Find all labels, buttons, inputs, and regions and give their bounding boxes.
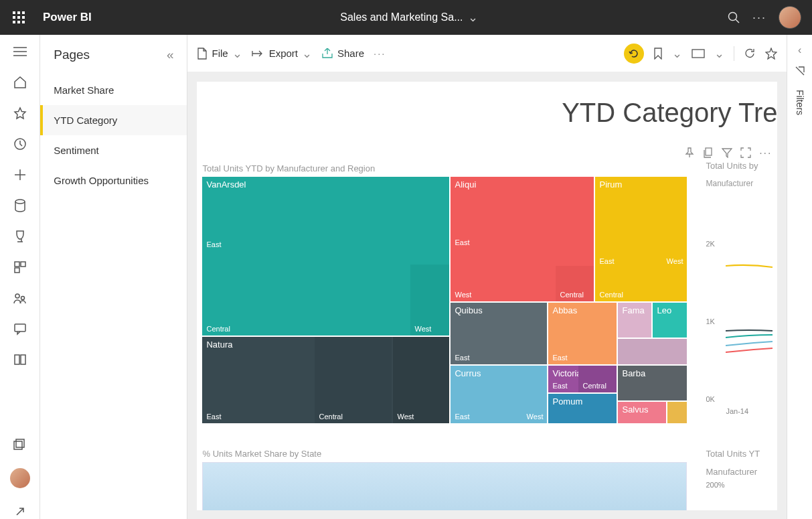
- hamburger-icon[interactable]: [13, 44, 27, 59]
- treemap-cell-abbas[interactable]: AbbasEast: [548, 303, 617, 364]
- filter-icon[interactable]: [722, 147, 732, 159]
- page-tab-growth-opportunities[interactable]: Growth Opportunities: [40, 165, 187, 196]
- more-icon[interactable]: ···: [752, 11, 766, 25]
- pages-header: Pages: [54, 48, 90, 62]
- external-icon[interactable]: [13, 504, 27, 519]
- chevron-down-icon[interactable]: ⌄: [468, 10, 478, 25]
- more-commands-icon[interactable]: ···: [374, 48, 386, 59]
- home-icon[interactable]: [13, 75, 27, 90]
- workspace: File ⌄ Export ⌄ Share ··· ⌄ ⌄: [187, 35, 787, 519]
- user-avatar[interactable]: [779, 6, 801, 29]
- linechart1-title: Total Units by: [706, 161, 777, 171]
- bookmark-icon[interactable]: [653, 48, 663, 60]
- visual-toolbar: ···: [684, 147, 772, 159]
- map-title: % Units Market Share by State: [202, 449, 321, 459]
- copy-icon[interactable]: [703, 147, 714, 159]
- report-title-dropdown[interactable]: Sales and Marketing Sa...: [340, 11, 463, 23]
- page-tab-market-share[interactable]: Market Share: [40, 75, 187, 105]
- treemap-cell-pirum[interactable]: PirumEastWestCentral: [595, 177, 687, 301]
- treemap-cell-fama[interactable]: Fama: [618, 303, 651, 338]
- svg-rect-6: [13, 21, 15, 23]
- y-tick: 2K: [706, 240, 714, 248]
- chevron-down-icon: ⌄: [302, 46, 312, 61]
- y-tick: 0K: [706, 395, 714, 403]
- chat-icon[interactable]: [13, 321, 27, 336]
- svg-point-9: [728, 13, 736, 21]
- treemap-title: Total Units YTD by Manufacturer and Regi…: [202, 163, 375, 173]
- pin-icon[interactable]: [684, 147, 695, 159]
- page-tab-sentiment[interactable]: Sentiment: [40, 135, 187, 165]
- treemap-visual[interactable]: VanArsdelEastCentralWestNaturaEastCentra…: [202, 177, 687, 425]
- share-label: Share: [337, 48, 364, 59]
- svg-rect-24: [16, 439, 24, 447]
- command-bar: File ⌄ Export ⌄ Share ··· ⌄ ⌄: [187, 35, 787, 72]
- learn-icon[interactable]: [13, 352, 27, 367]
- file-menu[interactable]: File ⌄: [197, 46, 242, 61]
- create-icon[interactable]: [13, 167, 27, 182]
- map-visual[interactable]: [202, 462, 687, 510]
- chevron-down-icon: ⌄: [232, 46, 242, 61]
- sparkline-1: [726, 263, 773, 271]
- linechart1-subtitle: Manufacturer: [706, 179, 777, 188]
- nav-rail: [0, 35, 40, 519]
- collapse-pages-icon[interactable]: «: [167, 48, 174, 62]
- treemap-cell-currus[interactable]: CurrusEastWest: [451, 366, 547, 423]
- datasets-icon[interactable]: [13, 198, 27, 213]
- svg-rect-2: [22, 11, 25, 14]
- app-launcher-icon[interactable]: [5, 4, 32, 31]
- search-icon[interactable]: [727, 11, 740, 24]
- line-chart-1[interactable]: Total Units by Manufacturer: [706, 161, 777, 188]
- view-icon[interactable]: [692, 49, 705, 58]
- focus-icon[interactable]: [740, 147, 751, 159]
- page-tab-ytd-category[interactable]: YTD Category: [40, 105, 187, 135]
- y-tick: 1K: [706, 317, 714, 325]
- top-bar: Power BI Sales and Marketing Sa... ⌄ ···: [0, 0, 812, 35]
- svg-rect-26: [692, 50, 704, 58]
- favorites-icon[interactable]: [13, 106, 27, 121]
- treemap-cell-[interactable]: [667, 402, 687, 423]
- workspace-avatar[interactable]: [10, 468, 30, 488]
- svg-rect-20: [15, 268, 19, 273]
- linechart2-title: Total Units YT: [706, 449, 777, 459]
- favorite-star-icon[interactable]: [765, 48, 777, 60]
- chevron-down-icon[interactable]: ⌄: [672, 46, 682, 61]
- refresh-icon[interactable]: [744, 48, 756, 60]
- recent-icon[interactable]: [13, 137, 27, 151]
- treemap-cell-leo[interactable]: Leo: [653, 303, 687, 338]
- treemap-cell-[interactable]: Central: [315, 337, 392, 423]
- svg-point-21: [15, 294, 19, 298]
- x-tick: Jan-14: [726, 407, 748, 415]
- filters-label[interactable]: Filters: [795, 90, 805, 115]
- svg-rect-7: [17, 21, 20, 23]
- svg-rect-5: [22, 16, 25, 19]
- svg-rect-27: [706, 148, 712, 155]
- treemap-cell-[interactable]: West: [410, 265, 449, 336]
- treemap-cell-[interactable]: Central: [578, 366, 617, 392]
- apps-icon[interactable]: [13, 260, 27, 275]
- reset-button[interactable]: [624, 44, 644, 64]
- treemap-cell-salvus[interactable]: Salvus: [618, 402, 666, 423]
- treemap-cell-[interactable]: [618, 339, 687, 364]
- svg-rect-19: [21, 262, 25, 267]
- goals-icon[interactable]: [13, 229, 27, 244]
- linechart2-subtitle: Manufacturer: [706, 467, 777, 477]
- treemap-cell-pomum[interactable]: Pomum: [548, 394, 617, 423]
- svg-line-10: [736, 19, 739, 23]
- treemap-cell-[interactable]: West: [393, 337, 449, 423]
- treemap-cell-[interactable]: Central: [556, 266, 594, 301]
- line-chart-2[interactable]: Total Units YT Manufacturer 200%: [706, 449, 777, 489]
- more-visual-icon[interactable]: ···: [759, 147, 772, 159]
- chevron-down-icon[interactable]: ⌄: [714, 46, 724, 61]
- report-page: YTD Category Tre ··· Total Units YTD by …: [197, 82, 777, 510]
- svg-rect-8: [22, 21, 25, 23]
- treemap-cell-barba[interactable]: Barba: [618, 366, 687, 400]
- filters-icon[interactable]: [795, 66, 805, 76]
- page-title: YTD Category Tre: [562, 98, 777, 128]
- expand-filters-icon[interactable]: ‹: [798, 44, 801, 56]
- report-canvas: YTD Category Tre ··· Total Units YTD by …: [187, 72, 787, 519]
- shared-icon[interactable]: [13, 291, 27, 305]
- workspaces-icon[interactable]: [13, 437, 27, 452]
- export-menu[interactable]: Export ⌄: [252, 46, 312, 61]
- treemap-cell-quibus[interactable]: QuibusEast: [451, 303, 547, 364]
- share-menu[interactable]: Share: [321, 48, 364, 59]
